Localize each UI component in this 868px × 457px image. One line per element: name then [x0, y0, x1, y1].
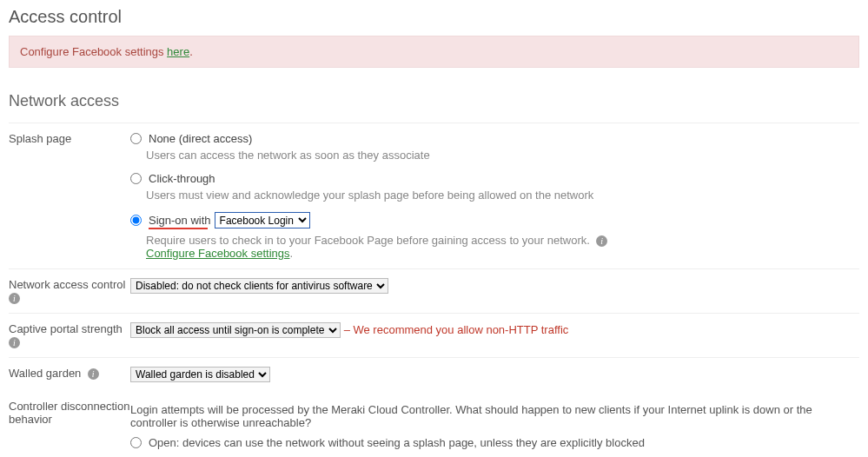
select-captive-strength[interactable]: Block all access until sign-on is comple…: [130, 322, 341, 338]
splash-none-title: None (direct access): [149, 132, 252, 145]
info-icon[interactable]: i: [596, 235, 607, 247]
ctrldisc-open-label: Open: devices can use the network withou…: [149, 436, 645, 449]
alert-text-before: Configure Facebook settings: [20, 45, 167, 58]
splash-option-clickthrough: Click-through Users must view and acknow…: [130, 172, 859, 202]
splash-signon-desc: Require users to check in to your Facebo…: [146, 234, 859, 260]
section-title-network-access: Network access: [9, 92, 859, 116]
ctrl-disc-intro: Login attempts will be processed by the …: [130, 403, 859, 429]
label-nac: Network access control: [9, 278, 125, 291]
select-signon-provider[interactable]: Facebook Login: [215, 212, 310, 228]
info-icon[interactable]: i: [88, 368, 99, 380]
radio-splash-signon[interactable]: [130, 215, 142, 226]
select-walled-garden[interactable]: Walled garden is disabled: [130, 367, 270, 382]
label-captive: Captive portal strength: [9, 322, 123, 335]
splash-clickthrough-desc: Users must view and acknowledge your spl…: [146, 189, 859, 202]
row-network-access-control: Network access control i Disabled: do no…: [9, 269, 859, 314]
splash-option-none: None (direct access) Users can access th…: [130, 132, 859, 162]
radio-splash-none[interactable]: [130, 133, 142, 144]
splash-option-signon: Sign-on with Facebook Login Require user…: [130, 212, 859, 260]
configure-facebook-link[interactable]: Configure Facebook settings: [146, 247, 289, 260]
signon-desc-text: Require users to check in to your Facebo…: [146, 234, 590, 247]
alert-here-link[interactable]: here: [167, 45, 189, 58]
captive-warning: – We recommend you allow non-HTTP traffi…: [344, 323, 569, 336]
row-walled-garden: Walled garden i Walled garden is disable…: [9, 358, 859, 391]
row-captive-portal-strength: Captive portal strength i Block all acce…: [9, 314, 859, 358]
label-controller-disconnection: Controller disconnection behavior: [9, 400, 130, 457]
facebook-config-alert: Configure Facebook settings here.: [9, 36, 859, 68]
label-splash-page: Splash page: [9, 132, 130, 260]
select-nac[interactable]: Disabled: do not check clients for antiv…: [130, 278, 388, 294]
info-icon[interactable]: i: [9, 293, 20, 304]
splash-none-desc: Users can access the network as soon as …: [146, 149, 859, 162]
configure-facebook-after: .: [289, 247, 293, 260]
row-splash-page: Splash page None (direct access) Users c…: [9, 123, 859, 269]
radio-ctrldisc-open[interactable]: [130, 437, 142, 448]
row-controller-disconnection: Controller disconnection behavior Login …: [9, 391, 859, 457]
radio-splash-clickthrough[interactable]: [130, 173, 142, 184]
label-walled-garden: Walled garden: [9, 367, 81, 380]
splash-clickthrough-title: Click-through: [149, 172, 215, 185]
splash-signon-prefix: Sign-on with: [149, 214, 211, 227]
alert-text-after: .: [189, 45, 193, 58]
page-title: Access control: [9, 7, 859, 27]
signon-select-highlight: [149, 228, 208, 229]
info-icon[interactable]: i: [9, 337, 20, 348]
